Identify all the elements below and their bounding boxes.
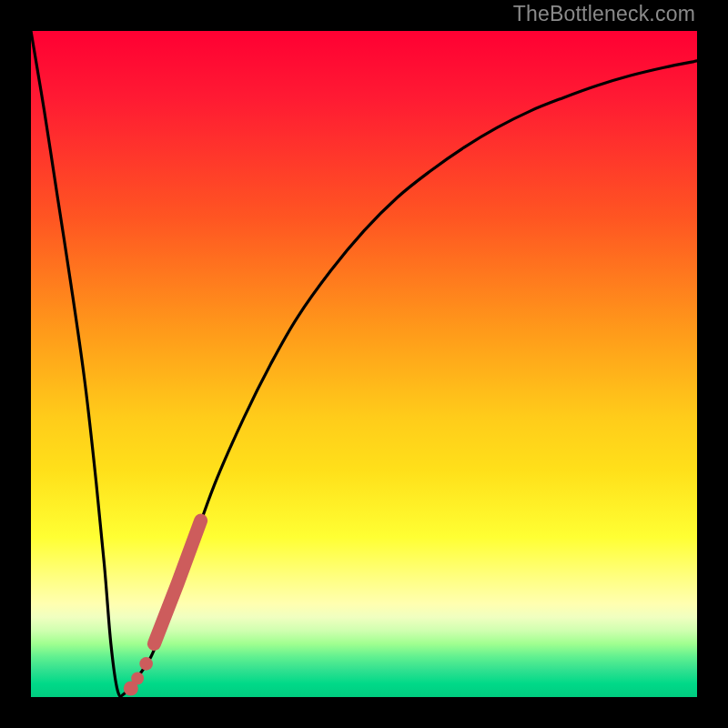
plot-area — [31, 31, 697, 697]
marker-dot — [139, 657, 153, 671]
chart-frame: TheBottleneck.com — [0, 0, 728, 728]
plot-svg — [31, 31, 697, 697]
highlighted-segment — [154, 521, 200, 643]
bottleneck-curve — [31, 31, 697, 696]
watermark-text: TheBottleneck.com — [513, 2, 695, 26]
marker-dot — [131, 672, 144, 685]
